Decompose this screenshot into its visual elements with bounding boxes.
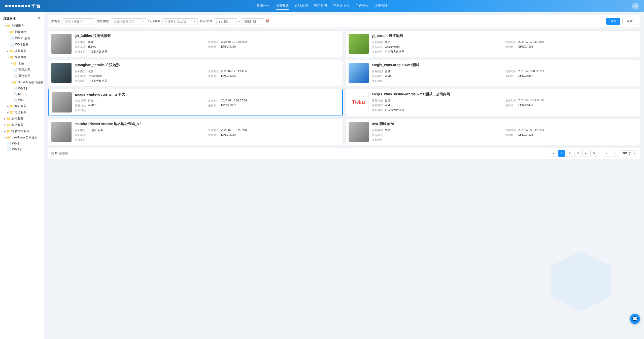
unit-label: 发布单位 bbox=[372, 108, 383, 112]
expand-arrow-icon: ▼ bbox=[10, 81, 12, 84]
card-item[interactable]: Twins arcgis_wms_inside-arcgis wms 测试，公司… bbox=[345, 89, 640, 116]
nav-ops[interactable]: 运维管理 bbox=[375, 3, 388, 10]
card-info: test-测试167d 服务类型 矢量 发布时间 2023-07-26 11:4… bbox=[372, 122, 637, 142]
sidebar-item-label: WMS bbox=[18, 98, 25, 102]
nav-cases[interactable]: 应用案例 bbox=[314, 3, 327, 10]
card-item[interactable]: yj_terrain-雁江地形 服务类型 地形 发布时间 2023-07-17 … bbox=[345, 30, 640, 57]
sidebar-item-label: 地图服务 bbox=[12, 24, 24, 28]
sidebar-item-wms[interactable]: 📄 WMS服务 bbox=[0, 42, 44, 48]
service-type-value: 矢量 bbox=[385, 128, 503, 132]
publish-time-label: 发布时间 bbox=[208, 99, 219, 103]
float-action-button[interactable]: 💬 bbox=[630, 314, 640, 324]
page-size-select[interactable]: 10条/页 bbox=[619, 150, 637, 156]
publish-time-value: 2023-07-18 09:25:19 bbox=[518, 69, 637, 73]
card-meta: 服务类型 rest接口服务 发布时间 2023-07-19 14:32:18 服… bbox=[75, 128, 340, 142]
avatar[interactable]: Ai bbox=[632, 3, 639, 10]
pagination: ‹ 1 2 3 4 5 ... 9 › 10条/页 bbox=[550, 150, 637, 157]
empty-value bbox=[518, 108, 637, 112]
nav-online-map[interactable]: 在线地图 bbox=[295, 3, 308, 10]
sidebar-item-geoscene[interactable]: ▼ 📁 geoScene自动注册 bbox=[0, 134, 44, 141]
card-thumbnail bbox=[349, 122, 369, 142]
card-item[interactable]: arcgis_wmts-arcgis wmts测试 服务类型 影像 发布时间 2… bbox=[48, 89, 343, 116]
unit-label: 发布单位 bbox=[372, 50, 383, 54]
expand-arrow-icon: ▼ bbox=[10, 62, 12, 65]
sidebar-item-file-service[interactable]: ▶ 📁 文件服务 bbox=[0, 116, 44, 122]
card-item[interactable]: arcgis_wms-arcgis wms测试 服务类型 影像 发布时间 202… bbox=[345, 60, 640, 86]
sidebar-item-water[interactable]: ▼ 📁 水系 bbox=[0, 60, 44, 67]
card-meta: 服务类型 地形 发布时间 2023-07-17 11:44:05 服务格式 Ce… bbox=[75, 69, 340, 83]
sidebar-item-model-service[interactable]: ▶ 📁 模型服务 bbox=[0, 48, 44, 54]
card-item[interactable]: test-测试167d 服务类型 矢量 发布时间 2023-07-26 11:4… bbox=[345, 119, 640, 145]
empty-label bbox=[208, 50, 219, 54]
card-thumbnail bbox=[52, 92, 72, 112]
page-next-button[interactable]: › bbox=[611, 150, 618, 157]
sidebar-item-rest[interactable]: 📄 REST bbox=[0, 91, 44, 97]
service-type-label: 服务类型 bbox=[372, 69, 383, 73]
nav-dev-center[interactable]: 开发者中心 bbox=[333, 3, 349, 10]
gear-icon[interactable]: ⚙ bbox=[38, 16, 41, 20]
sidebar-item-map-service[interactable]: ▼ 📁 地图服务 bbox=[0, 23, 44, 29]
folder-icon: 📁 bbox=[6, 129, 10, 133]
nav-map-resources[interactable]: 地图资源 bbox=[276, 3, 289, 10]
calendar-icon[interactable]: 📅 bbox=[265, 19, 269, 23]
folder-icon: 📁 bbox=[6, 123, 10, 127]
sidebar-item-wms3[interactable]: 📄 WMS bbox=[0, 141, 44, 146]
sidebar-item-important-water[interactable]: 📄 重要水系 bbox=[0, 73, 44, 79]
card-title: arcgis_wms-arcgis wms测试 bbox=[372, 63, 637, 67]
publish-time-label: 发布时间 bbox=[505, 69, 516, 73]
region-label: 行政区划 bbox=[148, 19, 160, 23]
region-select-wrap: 请选择行政区划 bbox=[162, 18, 198, 24]
card-item[interactable]: matchAddressOrName-地名地址查询_V2 服务类型 rest接口… bbox=[48, 119, 343, 145]
start-date-input[interactable] bbox=[214, 18, 236, 24]
publish-time-value: 2023-07-19 14:32:18 bbox=[221, 128, 340, 132]
folder-icon: 📁 bbox=[10, 55, 14, 59]
sidebar-item-image-service[interactable]: ▼ 📁 影像服务 bbox=[0, 29, 44, 35]
sidebar-item-label: geoScene自动注册 bbox=[12, 135, 38, 140]
sidebar-item-data-service[interactable]: ▶ 📁 数据服务 bbox=[0, 122, 44, 128]
sidebar-item-label: 矢量服务 bbox=[15, 55, 27, 59]
file-icon: 📄 bbox=[10, 36, 14, 40]
page-5-button[interactable]: 5 bbox=[590, 150, 597, 157]
page-3-button[interactable]: 3 bbox=[574, 150, 581, 157]
card-item[interactable]: guanghan_terrain-广汉地形 服务类型 地形 发布时间 2023-… bbox=[48, 60, 343, 86]
sidebar-item-wmts2[interactable]: 📄 WMTS bbox=[0, 86, 44, 91]
page-2-button[interactable]: 2 bbox=[566, 150, 573, 157]
reset-button[interactable]: 重置 bbox=[622, 18, 637, 25]
sidebar-item-wms2[interactable]: 📄 WMS bbox=[0, 97, 44, 103]
sidebar-item-wmts[interactable]: 📄 WMTS服务 bbox=[0, 35, 44, 42]
page-4-button[interactable]: 4 bbox=[582, 150, 589, 157]
keyword-label: 关键词 bbox=[51, 19, 60, 23]
file-icon: 📄 bbox=[13, 68, 17, 72]
user-info: Ai bbox=[632, 3, 639, 10]
card-item[interactable]: gh_3dtiles-汉测试倾斜 服务类型 倾料 发布时间 2023-07-12… bbox=[48, 30, 343, 57]
sidebar-item-supermap[interactable]: ▼ 📁 SuperMap自动注册 bbox=[0, 79, 44, 86]
search-button[interactable]: 查询 bbox=[606, 18, 620, 25]
sidebar-item-normal-water[interactable]: 📄 普通水系 bbox=[0, 67, 44, 73]
sidebar-item-terrain[interactable]: ▶ 📁 地形服务 bbox=[0, 109, 44, 116]
sidebar-item-wmts3[interactable]: 📄 WMTS bbox=[0, 146, 44, 152]
sidebar-item-oblique[interactable]: ▶ 📁 倾斜服务 bbox=[0, 103, 44, 109]
file-icon: 📄 bbox=[7, 147, 11, 151]
nav-user-center[interactable]: 用户中心 bbox=[355, 3, 368, 10]
nav-news[interactable]: 新闻公告 bbox=[256, 3, 269, 10]
page-1-button[interactable]: 1 bbox=[558, 150, 565, 157]
crs-label: 坐标系 bbox=[208, 133, 219, 137]
date-range: → 📅 bbox=[214, 18, 269, 24]
keyword-input[interactable] bbox=[62, 18, 95, 24]
end-date-input[interactable] bbox=[242, 18, 264, 24]
unit-label: 发布单位 bbox=[75, 50, 86, 54]
crs-value: EPSG:4326 bbox=[518, 103, 637, 107]
folder-icon: 📁 bbox=[7, 24, 11, 28]
service-type-label: 服务类型 bbox=[97, 19, 109, 23]
region-select[interactable]: 请选择行政区划 bbox=[162, 18, 198, 24]
sidebar-title: 资源目录 bbox=[3, 16, 16, 21]
page-9-button[interactable]: 9 bbox=[603, 150, 610, 157]
empty-value bbox=[518, 50, 637, 54]
sidebar-item-vector-service[interactable]: ▼ 📁 矢量服务 bbox=[0, 54, 44, 60]
page-prev-button[interactable]: ‹ bbox=[550, 150, 557, 157]
file-icon: 📄 bbox=[13, 92, 17, 96]
service-type-select[interactable]: 请选择服务类型 bbox=[111, 18, 146, 24]
sidebar-item-label: 地形服务 bbox=[14, 110, 26, 115]
sidebar-item-placename[interactable]: ▶ 📁 地名地址服务 bbox=[0, 128, 44, 134]
crs-label: 坐标系 bbox=[208, 74, 219, 78]
